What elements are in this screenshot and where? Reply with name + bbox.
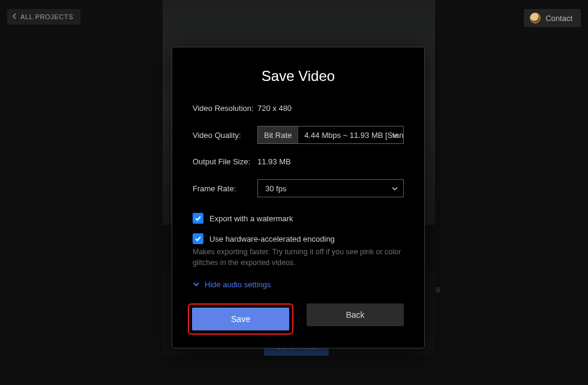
frame-rate-value: 30 fps <box>258 184 403 193</box>
video-quality-label: Video Quality: <box>193 131 257 140</box>
output-size-value: 11.93 MB <box>257 157 291 166</box>
contact-label: Contact <box>545 14 572 23</box>
frame-rate-label: Frame Rate: <box>193 184 257 193</box>
watermark-label: Export with a watermark <box>209 214 293 223</box>
chevron-down-icon <box>391 131 398 140</box>
output-size-row: Output File Size: 11.93 MB <box>193 157 404 166</box>
hw-accel-checkbox[interactable] <box>193 233 203 244</box>
hide-audio-settings-toggle[interactable]: Hide audio settings <box>193 280 271 289</box>
top-bar: ALL PROJECTS Contact <box>0 0 588 34</box>
watermark-row: Export with a watermark <box>193 213 404 224</box>
modal-title: Save Video <box>193 68 404 85</box>
frame-rate-select[interactable]: 30 fps <box>257 179 404 197</box>
chevron-left-icon <box>12 13 17 20</box>
hw-accel-row: Use hardware-accelerated encoding <box>193 233 404 244</box>
video-quality-row: Video Quality: Bit Rate 4.44 Mbps ~ 11.9… <box>193 126 404 144</box>
hw-accel-hint: Makes exporting faster. Try turning it o… <box>193 246 404 268</box>
video-quality-select[interactable]: Bit Rate 4.44 Mbps ~ 11.93 MB [Standard] <box>257 126 404 144</box>
resolution-value: 720 x 480 <box>257 104 292 113</box>
back-button[interactable]: Back <box>307 303 404 326</box>
all-projects-label: ALL PROJECTS <box>20 13 73 20</box>
resolution-row: Video Resolution: 720 x 480 <box>193 104 404 113</box>
resolution-label: Video Resolution: <box>193 104 257 113</box>
output-size-label: Output File Size: <box>193 157 257 166</box>
contact-avatar-icon <box>530 13 541 23</box>
save-button[interactable]: Save <box>192 308 289 330</box>
hide-audio-label: Hide audio settings <box>205 280 271 289</box>
watermark-checkbox[interactable] <box>193 213 203 224</box>
modal-button-row: Save Back <box>193 303 404 331</box>
background-number: 8 <box>436 285 440 294</box>
save-button-highlight: Save <box>188 303 293 335</box>
frame-rate-row: Frame Rate: 30 fps <box>193 179 404 197</box>
chevron-down-icon <box>193 281 200 287</box>
bit-rate-chip: Bit Rate <box>258 127 298 143</box>
contact-button[interactable]: Contact <box>524 9 581 27</box>
hw-accel-label: Use hardware-accelerated encoding <box>209 234 335 243</box>
all-projects-button[interactable]: ALL PROJECTS <box>7 9 80 25</box>
save-video-modal: Save Video Video Resolution: 720 x 480 V… <box>172 47 425 348</box>
video-quality-value: 4.44 Mbps ~ 11.93 MB [Standard] <box>298 131 403 140</box>
chevron-down-icon <box>391 184 398 193</box>
